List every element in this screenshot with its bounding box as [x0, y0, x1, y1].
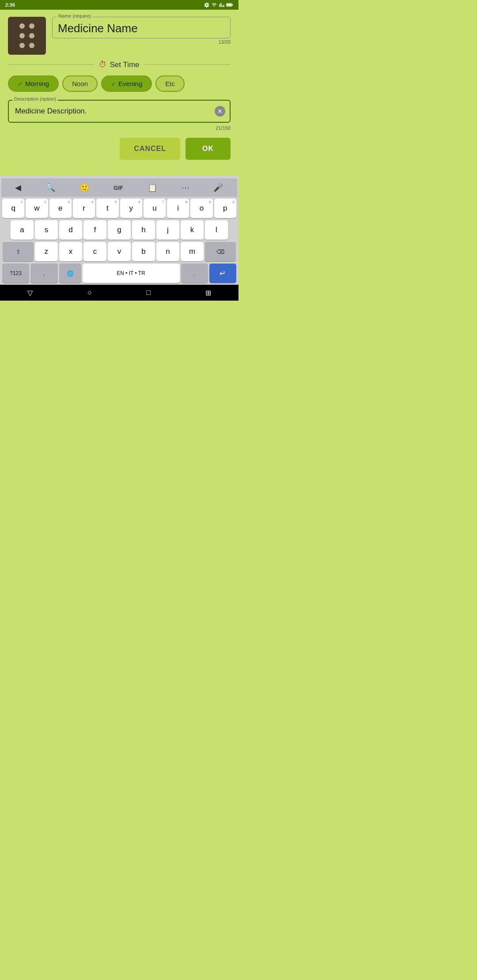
status-icons: [204, 2, 233, 8]
top-row: Name (require) Medicine Name 13/20: [8, 17, 231, 55]
key-j[interactable]: j: [156, 220, 179, 240]
key-h[interactable]: h: [132, 220, 155, 240]
nav-home-button[interactable]: ○: [79, 287, 101, 298]
settings-icon: [204, 2, 209, 8]
key-s[interactable]: s: [35, 220, 58, 240]
desc-field-value: Medicine Description.: [15, 107, 87, 115]
key-m[interactable]: m: [181, 242, 204, 261]
check-evening: ✓: [111, 80, 116, 87]
desc-field-box[interactable]: Medicine Description. ✕: [8, 100, 231, 123]
dot: [29, 33, 34, 38]
set-time-text: Set Time: [110, 60, 139, 69]
ok-button[interactable]: OK: [186, 138, 231, 160]
dot: [29, 43, 34, 48]
set-time-row: ⏱ Set Time: [8, 60, 231, 69]
dot: [19, 33, 25, 38]
kb-row-2: a s d f g h j k l: [2, 220, 236, 240]
kb-row-4: ?123 , 🌐 EN • IT • TR . ↵: [2, 264, 236, 283]
time-pills: ✓ Morning Noon ✓ Evening Etc: [8, 75, 231, 92]
key-o[interactable]: o9: [190, 199, 212, 218]
kb-toolbar: ◀ 🔍 🙂 GIF 📋 ⋯ 🎤: [1, 178, 237, 197]
key-u[interactable]: u7: [144, 199, 166, 218]
kb-row-1: q1 w2 e3 r4 t5 y6 u7 i8 o9 p0: [2, 199, 236, 218]
kb-back-button[interactable]: ◀: [11, 181, 25, 194]
pill-etc-label: Etc: [165, 80, 175, 87]
globe-key[interactable]: 🌐: [59, 264, 81, 283]
dot: [19, 23, 25, 29]
key-e[interactable]: e3: [49, 199, 72, 218]
kb-mic-button[interactable]: 🎤: [210, 181, 227, 194]
key-x[interactable]: x: [59, 242, 82, 261]
key-b[interactable]: b: [132, 242, 155, 261]
space-key[interactable]: EN • IT • TR: [83, 264, 180, 283]
svg-rect-2: [227, 4, 231, 6]
key-c[interactable]: c: [83, 242, 106, 261]
key-l[interactable]: l: [205, 220, 228, 240]
nav-apps-button[interactable]: ⊞: [197, 287, 220, 299]
name-field-box[interactable]: Medicine Name: [52, 17, 231, 38]
key-q[interactable]: q1: [2, 199, 24, 218]
key-f[interactable]: f: [83, 220, 106, 240]
key-a[interactable]: a: [11, 220, 34, 240]
key-t[interactable]: t5: [96, 199, 118, 218]
cancel-button[interactable]: CANCEL: [120, 138, 180, 160]
pill-morning[interactable]: ✓ Morning: [8, 75, 59, 92]
desc-field-label: Description (option): [12, 96, 58, 102]
app-area: Name (require) Medicine Name 13/20 ⏱ Set…: [0, 10, 238, 176]
return-key[interactable]: ↵: [209, 264, 236, 283]
shift-key[interactable]: ⇧: [3, 242, 34, 261]
pill-etc[interactable]: Etc: [155, 75, 185, 92]
desc-clear-button[interactable]: ✕: [215, 106, 225, 117]
status-time: 2:36: [5, 2, 15, 8]
nav-recents-button[interactable]: □: [137, 287, 159, 298]
set-time-label: ⏱ Set Time: [99, 60, 139, 69]
kb-more-button[interactable]: ⋯: [178, 181, 193, 194]
pill-evening[interactable]: ✓ Evening: [101, 75, 152, 92]
pill-noon[interactable]: Noon: [62, 75, 98, 92]
kb-clipboard-button[interactable]: 📋: [144, 181, 161, 194]
key-n[interactable]: n: [156, 242, 179, 261]
kb-gif-button[interactable]: GIF: [110, 183, 127, 193]
key-z[interactable]: z: [35, 242, 58, 261]
kb-rows: q1 w2 e3 r4 t5 y6 u7 i8 o9 p0 a s d f g …: [1, 199, 237, 283]
key-d[interactable]: d: [59, 220, 82, 240]
kb-row-3: ⇧ z x c v b n m ⌫: [2, 242, 236, 261]
key-v[interactable]: v: [108, 242, 131, 261]
pill-morning-label: Morning: [25, 80, 49, 87]
name-char-count: 13/20: [52, 39, 231, 45]
name-field-value: Medicine Name: [58, 22, 225, 35]
divider-left: [8, 64, 95, 65]
medicine-image[interactable]: [8, 17, 46, 55]
status-bar: 2:36: [0, 0, 238, 10]
wifi-icon: [211, 2, 217, 8]
svg-rect-1: [232, 4, 233, 6]
num-key[interactable]: ?123: [2, 264, 29, 283]
nav-back-button[interactable]: ▽: [19, 287, 42, 299]
action-buttons: CANCEL OK: [8, 138, 231, 160]
key-r[interactable]: r4: [73, 199, 95, 218]
name-field-wrapper: Name (require) Medicine Name 13/20: [52, 17, 231, 45]
key-p[interactable]: p0: [214, 199, 236, 218]
pill-noon-label: Noon: [72, 80, 88, 87]
pill-evening-label: Evening: [118, 80, 142, 87]
key-y[interactable]: y6: [120, 199, 142, 218]
key-g[interactable]: g: [108, 220, 131, 240]
backspace-key[interactable]: ⌫: [205, 242, 236, 261]
name-field-label: Name (require): [57, 13, 93, 19]
key-k[interactable]: k: [181, 220, 204, 240]
desc-char-count: 21/150: [8, 125, 231, 131]
period-key[interactable]: .: [181, 264, 208, 283]
key-i[interactable]: i8: [167, 199, 189, 218]
keyboard-area: ◀ 🔍 🙂 GIF 📋 ⋯ 🎤 q1 w2 e3 r4 t5 y6 u7 i8 …: [0, 176, 238, 285]
divider-right: [144, 64, 231, 65]
check-morning: ✓: [18, 80, 23, 87]
kb-search-button[interactable]: 🔍: [42, 181, 59, 194]
bottom-nav: ▽ ○ □ ⊞: [0, 285, 238, 301]
dot-grid: [19, 23, 34, 48]
timer-icon: ⏱: [99, 60, 107, 69]
signal-icon: [219, 2, 224, 8]
battery-icon: [226, 3, 233, 7]
key-w[interactable]: w2: [26, 199, 48, 218]
comma-key[interactable]: ,: [30, 264, 57, 283]
kb-sticker-button[interactable]: 🙂: [76, 181, 93, 194]
